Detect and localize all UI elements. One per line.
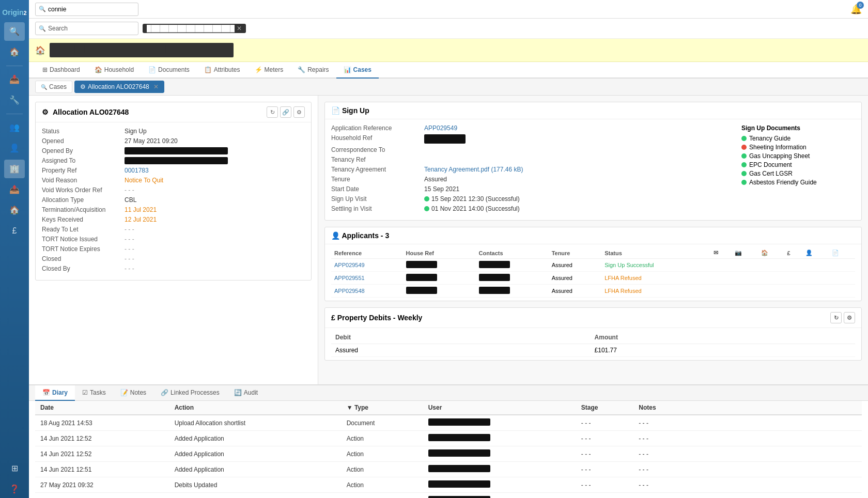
doc-sheeting-dot bbox=[741, 145, 747, 150]
tab-documents[interactable]: 📄 Documents bbox=[141, 62, 197, 79]
app-ind6-3 bbox=[829, 285, 855, 298]
tab-repairs[interactable]: 🔧 Repairs bbox=[290, 62, 336, 79]
sub-tab-close[interactable]: ✕ bbox=[153, 83, 159, 90]
table-row: 27 May 2021 09:32 Debits Updated Action … bbox=[35, 477, 862, 493]
sub-tab-cases-icon: 🔍 bbox=[41, 84, 47, 90]
tasks-icon: ☑ bbox=[82, 389, 88, 396]
sub-tab-cases[interactable]: 🔍 Cases bbox=[35, 81, 72, 93]
diary-notes-4: - - - bbox=[633, 477, 862, 493]
search-tag-close[interactable]: ✕ bbox=[237, 25, 242, 32]
diary-action-2: Added Application bbox=[169, 446, 342, 462]
sidebar-money-icon[interactable]: £ bbox=[4, 222, 25, 240]
sub-tab-allocation[interactable]: ⚙ Allocation ALO027648 ✕ bbox=[74, 81, 164, 93]
linked-icon: 🔗 bbox=[161, 389, 168, 396]
table-row: 14 Jun 2021 12:52 Added Application Acti… bbox=[35, 446, 862, 462]
app-ref-3[interactable]: APP029548 bbox=[331, 285, 403, 298]
diary-type-4: Action bbox=[342, 477, 423, 493]
diary-col-date: Date bbox=[35, 401, 169, 415]
link-button[interactable]: 🔗 bbox=[280, 106, 291, 118]
field-tort-expires: TORT Notice Expires - - - bbox=[42, 245, 305, 253]
tab-dashboard[interactable]: ⊞ Dashboard bbox=[35, 62, 87, 79]
diary-type-5: Note bbox=[342, 493, 423, 499]
tab-notes[interactable]: 📝 Notes bbox=[113, 385, 153, 401]
app-contacts-1 bbox=[476, 259, 549, 272]
sidebar-tools-icon[interactable]: 🔧 bbox=[4, 91, 25, 110]
sub-tabs: 🔍 Cases ⚙ Allocation ALO027648 ✕ bbox=[29, 79, 868, 96]
app-tenure-1: Assured bbox=[549, 259, 602, 272]
diary-col-user: User bbox=[423, 401, 576, 415]
app-ind6-2 bbox=[829, 272, 855, 285]
field-opened: Opened 27 May 2021 09:20 bbox=[42, 137, 305, 145]
diary-col-notes: Notes bbox=[633, 401, 862, 415]
tab-diary[interactable]: 📅 Diary bbox=[35, 385, 75, 401]
case-card-title: ⚙ Allocation ALO027648 bbox=[42, 108, 129, 116]
doc-gas-cert-dot bbox=[741, 171, 747, 176]
property-ref-bar: ████████████████████████████████████ bbox=[50, 43, 234, 57]
doc-epc-dot bbox=[741, 162, 747, 167]
diary-date-4: 27 May 2021 09:32 bbox=[35, 477, 169, 493]
app-ind5-3 bbox=[802, 285, 829, 298]
diary-table: Date Action ▼ Type User Stage Notes bbox=[35, 401, 862, 498]
tab-attributes[interactable]: 📋 Attributes bbox=[197, 62, 247, 79]
settings-button[interactable]: ⚙ bbox=[293, 106, 305, 118]
app-ref-1[interactable]: APP029549 bbox=[331, 259, 403, 272]
diary-user-3 bbox=[423, 462, 576, 477]
applicants-card: 👤 Applicants - 3 Reference House Ref Con… bbox=[324, 227, 862, 301]
diary-stage-3: - - - bbox=[576, 462, 633, 477]
app-status-3: LFHA Refused bbox=[601, 285, 710, 298]
diary-action-0: Upload Allocation shortlist bbox=[169, 415, 342, 431]
sidebar-help-icon[interactable]: ❓ bbox=[4, 479, 25, 498]
debits-col-debit: Debit bbox=[331, 331, 591, 344]
topbar-search-input[interactable] bbox=[48, 6, 135, 13]
household-icon: 🏠 bbox=[95, 66, 102, 73]
tab-audit[interactable]: 🔄 Audit bbox=[227, 385, 265, 401]
tab-cases[interactable]: 📊 Cases bbox=[336, 62, 379, 79]
notification-count: 0 bbox=[857, 2, 864, 9]
sidebar-home-icon[interactable]: 🏠 bbox=[4, 43, 25, 61]
app-contacts-2 bbox=[476, 272, 549, 285]
topbar-search-box[interactable]: 🔍 bbox=[35, 3, 138, 16]
search-icon: 🔍 bbox=[39, 25, 46, 32]
debits-settings-button[interactable]: ⚙ bbox=[844, 312, 855, 323]
debits-icon: £ bbox=[331, 314, 335, 322]
app-status-1: Sign Up Successful bbox=[601, 259, 710, 272]
field-closed-by: Closed By - - - bbox=[42, 265, 305, 272]
table-row: APP029548 Assured LFHA Refused bbox=[331, 285, 855, 298]
sidebar-search-icon[interactable]: 🔍 bbox=[4, 22, 25, 41]
field-status: Status Sign Up bbox=[42, 128, 305, 135]
field-termination: Termination/Acquisition 11 Jul 2021 bbox=[42, 206, 305, 213]
search-tag-value: ████████████████████ bbox=[147, 25, 235, 32]
signup-correspondence: Correspondence To bbox=[331, 146, 731, 153]
sidebar-inbox-icon[interactable]: 📥 bbox=[4, 70, 25, 89]
tab-linked-processes[interactable]: 🔗 Linked Processes bbox=[153, 385, 227, 401]
sidebar-upload-icon[interactable]: 📤 bbox=[4, 180, 25, 199]
filter-icon[interactable]: ▼ bbox=[347, 404, 353, 411]
sidebar-building-icon[interactable]: 🏢 bbox=[4, 160, 25, 178]
field-ready: Ready To Let - - - bbox=[42, 226, 305, 233]
app-ind2-1 bbox=[732, 259, 758, 272]
sidebar-grid-icon[interactable]: ⊞ bbox=[4, 459, 25, 477]
tab-meters[interactable]: ⚡ Meters bbox=[247, 62, 291, 79]
refresh-button[interactable]: ↻ bbox=[267, 106, 278, 118]
signup-card-body: Application Reference APP029549 Househol… bbox=[325, 119, 861, 220]
debits-body: Debit Amount Assured £101.77 bbox=[325, 328, 861, 360]
sidebar-people-icon[interactable]: 👥 bbox=[4, 118, 25, 137]
diary-content: Date Action ▼ Type User Stage Notes bbox=[29, 401, 868, 498]
tab-tasks[interactable]: ☑ Tasks bbox=[75, 385, 113, 401]
diary-col-type: ▼ Type bbox=[342, 401, 423, 415]
signup-tenure: Tenure Assured bbox=[331, 176, 731, 183]
field-closed: Closed - - - bbox=[42, 255, 305, 262]
search-input-box[interactable]: 🔍 Search bbox=[35, 22, 138, 35]
tab-household[interactable]: 🏠 Household bbox=[87, 62, 141, 79]
debits-refresh-button[interactable]: ↻ bbox=[830, 312, 842, 323]
sidebar-house-icon[interactable]: 🏠 bbox=[4, 201, 25, 220]
diary-action-1: Added Application bbox=[169, 431, 342, 446]
field-tort-issued: TORT Notice Issued - - - bbox=[42, 236, 305, 243]
app-tenure-3: Assured bbox=[549, 285, 602, 298]
app-ref-2[interactable]: APP029551 bbox=[331, 272, 403, 285]
debits-table: Debit Amount Assured £101.77 bbox=[331, 331, 855, 357]
debit-amount-1: £101.77 bbox=[591, 344, 855, 357]
app-ind1-1 bbox=[710, 259, 732, 272]
bottom-section: 📅 Diary ☑ Tasks 📝 Notes 🔗 Linked Process… bbox=[29, 384, 868, 498]
sidebar-person-icon[interactable]: 👤 bbox=[4, 139, 25, 158]
